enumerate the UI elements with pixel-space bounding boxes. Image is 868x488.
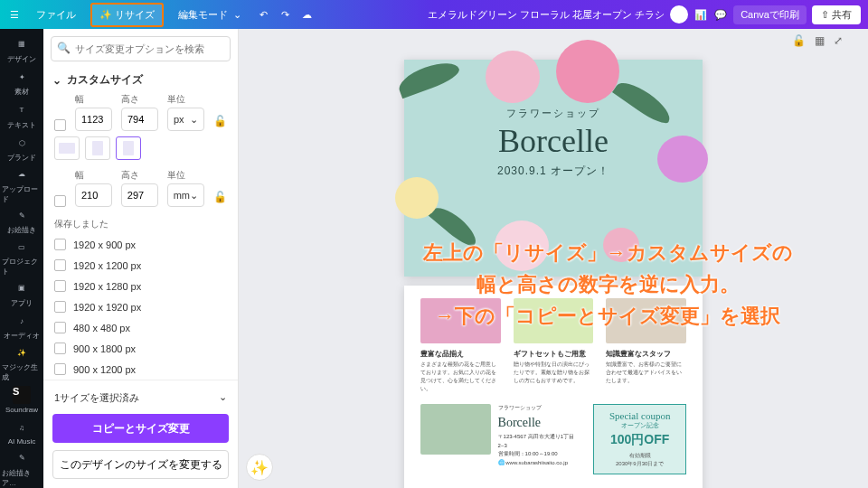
- rail-soundraw[interactable]: SSoundraw: [2, 384, 42, 415]
- chevron-down-icon: ⌄: [190, 114, 198, 126]
- selection-summary[interactable]: 1サイズを選択済み⌄: [52, 389, 229, 407]
- saved-sizes-header: 保存しました: [43, 212, 238, 234]
- draw-icon: ✎: [14, 207, 30, 223]
- file-menu[interactable]: ファイル: [29, 5, 83, 25]
- rail-projects[interactable]: ▭プロジェクト: [2, 239, 42, 277]
- flyer-subtitle: フラワーショップ: [404, 107, 703, 120]
- flyer-brand: Borcelle: [404, 122, 703, 160]
- chevron-down-icon: ⌄: [190, 190, 198, 202]
- edit-mode-menu[interactable]: 編集モード ⌄: [171, 5, 249, 25]
- rail-design[interactable]: ▦デザイン: [2, 34, 42, 65]
- chevron-down-icon: ⌄: [52, 74, 61, 87]
- width-input-2[interactable]: [75, 183, 112, 207]
- rail-aimusic[interactable]: ♫AI Music: [2, 418, 42, 448]
- avatar[interactable]: [670, 5, 688, 23]
- rail-apps[interactable]: ▣アプリ: [2, 278, 42, 309]
- shop-info: フラワーショップ Borcelle 〒123-4567 高田市大通り1丁目2−3…: [498, 404, 581, 474]
- apps-icon: ▣: [14, 280, 30, 296]
- rail-magic[interactable]: ✨マジック生成: [2, 344, 42, 382]
- share-button[interactable]: ⇧ 共有: [812, 5, 861, 24]
- comment-icon[interactable]: 💬: [713, 7, 728, 22]
- resize-panel: 🔍 ⌄カスタムサイズ 幅 高さ 単位px⌄ 🔓 幅 高さ 単位mm⌄ 🔓 保存し…: [43, 29, 239, 488]
- list-item[interactable]: 900 x 1200 px: [51, 359, 231, 380]
- height-input-2[interactable]: [121, 183, 158, 207]
- flyer-open-date: 2030.9.1 オープン！: [404, 164, 703, 179]
- resize-this-design-button[interactable]: このデザインのサイズを変更する: [52, 450, 229, 479]
- list-item[interactable]: 1920 x 900 px: [51, 234, 231, 255]
- rail-text[interactable]: Tテキスト: [2, 100, 42, 131]
- orientation-portrait[interactable]: [85, 136, 110, 160]
- undo-icon[interactable]: ↶: [256, 7, 270, 22]
- side-rail: ▦デザイン ✦素材 Tテキスト ⬡ブランド ☁アップロード ✎お絵描き ▭プロジ…: [0, 29, 43, 488]
- brand-icon: ⬡: [14, 135, 30, 151]
- document-title[interactable]: エメラルドグリーン フローラル 花屋オープン チラシ: [428, 8, 665, 22]
- grid-view-icon[interactable]: ▦: [815, 34, 825, 47]
- expand-icon[interactable]: ⤢: [834, 34, 843, 47]
- size1-checkbox[interactable]: [54, 119, 66, 131]
- magic-icon: ✨: [14, 344, 30, 361]
- instruction-overlay: 左上の「リサイズ」→カスタムサイズの 幅と高さの数字を逆に入力。 →下の「コピー…: [374, 237, 841, 333]
- lock-icon[interactable]: 🔓: [213, 115, 227, 131]
- list-item[interactable]: 1920 x 1280 px: [51, 276, 231, 296]
- unit-select-2[interactable]: mm⌄: [167, 183, 204, 207]
- elements-icon: ✦: [14, 69, 30, 85]
- rail-upload[interactable]: ☁アップロード: [2, 166, 42, 204]
- rail-brand[interactable]: ⬡ブランド: [2, 133, 42, 164]
- print-button[interactable]: Canvaで印刷: [733, 5, 807, 24]
- orientation-landscape[interactable]: [54, 136, 80, 160]
- list-item[interactable]: 480 x 480 px: [51, 317, 231, 338]
- audio-icon: ♪: [14, 313, 30, 329]
- chevron-down-icon: ⌄: [219, 391, 227, 405]
- lock-icon[interactable]: 🔓: [792, 34, 806, 47]
- soundraw-icon: S: [13, 386, 31, 404]
- saved-size-list: 1920 x 900 px 1920 x 1200 px 1920 x 1280…: [43, 234, 238, 380]
- rail-draw[interactable]: ✎お絵描き: [2, 206, 42, 237]
- unit-label: 単位: [167, 93, 204, 106]
- copy-and-resize-button[interactable]: コピーとサイズ変更: [52, 414, 229, 443]
- text-icon: T: [14, 102, 30, 118]
- coupon: Special coupon オープン記念 100円OFF 有効期限2030年9…: [593, 404, 686, 474]
- size2-checkbox[interactable]: [54, 195, 66, 207]
- menu-icon[interactable]: ☰: [7, 7, 22, 22]
- rail-audio[interactable]: ♪オーディオ: [2, 312, 42, 343]
- height-label: 高さ: [121, 93, 158, 106]
- chart-icon[interactable]: 📊: [693, 7, 708, 22]
- list-item[interactable]: 1920 x 1200 px: [51, 255, 231, 276]
- rail-draw2[interactable]: ✎お絵描きア…: [2, 450, 42, 488]
- cloud-sync-icon: ☁: [299, 7, 314, 22]
- search-input[interactable]: [51, 36, 231, 61]
- resize-label: リサイズ: [115, 9, 155, 20]
- unit-select-1[interactable]: px⌄: [167, 108, 204, 131]
- shop-image: [420, 404, 491, 455]
- rail-elements[interactable]: ✦素材: [2, 67, 42, 98]
- search-icon: 🔍: [57, 42, 71, 54]
- height-input-1[interactable]: [121, 108, 158, 131]
- resize-menu[interactable]: ✨ リサイズ: [90, 3, 164, 27]
- width-input-1[interactable]: [75, 108, 112, 131]
- design-icon: ▦: [14, 36, 30, 52]
- upload-icon: ☁: [14, 166, 30, 183]
- redo-icon[interactable]: ↷: [278, 7, 292, 22]
- custom-size-header[interactable]: ⌄カスタムサイズ: [43, 69, 238, 93]
- help-button[interactable]: ✨: [246, 454, 273, 481]
- projects-icon: ▭: [14, 239, 30, 255]
- canvas-area[interactable]: 🔓 ▦ ⤢ フラワーショップ Borcelle 2030.9.1 オープン！ 豊…: [239, 29, 868, 488]
- lock-icon[interactable]: 🔓: [213, 191, 227, 207]
- orientation-portrait-selected[interactable]: [116, 136, 141, 160]
- top-bar: ☰ ファイル ✨ リサイズ 編集モード ⌄ ↶ ↷ ☁ エメラルドグリーン フロ…: [0, 0, 868, 29]
- aimusic-icon: ♫: [14, 419, 30, 436]
- draw2-icon: ✎: [14, 450, 30, 466]
- list-item[interactable]: 1920 x 1920 px: [51, 296, 231, 317]
- list-item[interactable]: 900 x 1800 px: [51, 338, 231, 359]
- width-label: 幅: [75, 93, 112, 106]
